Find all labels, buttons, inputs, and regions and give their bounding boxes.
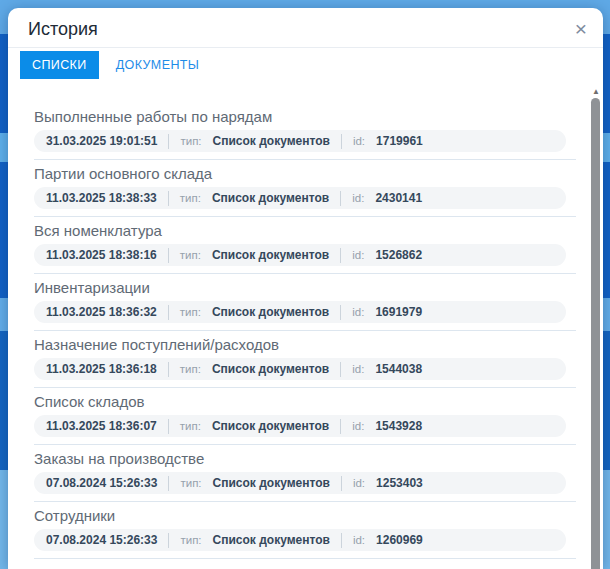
meta-separator bbox=[341, 476, 342, 491]
id-label: id: bbox=[353, 534, 365, 546]
item-id: 2430141 bbox=[375, 191, 422, 205]
item-type: Список документов bbox=[212, 191, 329, 205]
history-item-title: Назначение поступлений/расходов bbox=[34, 337, 576, 353]
item-type: Список документов bbox=[213, 476, 330, 490]
history-item-meta: 11.03.2025 18:36:07 тип: Список документ… bbox=[34, 415, 566, 437]
list-item[interactable]: Список складов 11.03.2025 18:36:07 тип: … bbox=[34, 388, 576, 445]
type-label: тип: bbox=[180, 477, 201, 489]
meta-separator bbox=[340, 191, 341, 206]
list-item[interactable]: Заказы на производстве 07.08.2024 15:26:… bbox=[34, 445, 576, 502]
history-item-meta: 31.03.2025 19:01:51 тип: Список документ… bbox=[34, 130, 566, 152]
history-item-title: Заказы на производстве bbox=[34, 451, 576, 467]
item-type: Список документов bbox=[212, 362, 329, 376]
type-label: тип: bbox=[180, 249, 201, 261]
history-item-title: Выполненные работы по нарядам bbox=[34, 109, 576, 125]
scroll-up-icon[interactable]: ▲ bbox=[590, 88, 602, 96]
close-icon[interactable]: × bbox=[575, 18, 587, 39]
meta-separator bbox=[168, 191, 169, 206]
item-type: Список документов bbox=[212, 248, 329, 262]
id-label: id: bbox=[352, 249, 364, 261]
id-label: id: bbox=[352, 306, 364, 318]
item-id: 1543928 bbox=[375, 419, 422, 433]
history-item-meta: 11.03.2025 18:36:18 тип: Список документ… bbox=[34, 358, 566, 380]
tab-bar: СПИСКИ ДОКУМЕНТЫ bbox=[20, 51, 603, 79]
meta-separator bbox=[168, 134, 169, 149]
history-item-meta: 11.03.2025 18:38:33 тип: Список документ… bbox=[34, 187, 566, 209]
item-datetime: 11.03.2025 18:38:33 bbox=[46, 191, 157, 205]
type-label: тип: bbox=[180, 192, 201, 204]
meta-separator bbox=[168, 533, 169, 548]
scrollbar[interactable]: ▲ bbox=[590, 88, 602, 569]
id-label: id: bbox=[352, 192, 364, 204]
item-datetime: 07.08.2024 15:26:33 bbox=[46, 476, 157, 490]
item-id: 1526862 bbox=[375, 248, 422, 262]
history-item-meta: 11.03.2025 18:38:16 тип: Список документ… bbox=[34, 244, 566, 266]
history-list: Выполненные работы по нарядам 31.03.2025… bbox=[8, 79, 603, 559]
meta-separator bbox=[341, 533, 342, 548]
item-id: 1719961 bbox=[376, 134, 423, 148]
item-type: Список документов bbox=[213, 134, 330, 148]
history-item-meta: 07.08.2024 15:26:33 тип: Список документ… bbox=[34, 529, 566, 551]
item-id: 1544038 bbox=[375, 362, 422, 376]
type-label: тип: bbox=[180, 135, 201, 147]
item-type: Список документов bbox=[212, 305, 329, 319]
list-item[interactable]: Партии основного склада 11.03.2025 18:38… bbox=[34, 160, 576, 217]
type-label: тип: bbox=[180, 534, 201, 546]
history-item-meta: 07.08.2024 15:26:33 тип: Список документ… bbox=[34, 472, 566, 494]
history-item-title: Инвентаризации bbox=[34, 280, 576, 296]
dialog-header: История × bbox=[8, 8, 603, 48]
id-label: id: bbox=[352, 363, 364, 375]
list-item[interactable]: Инвентаризации 11.03.2025 18:36:32 тип: … bbox=[34, 274, 576, 331]
meta-separator bbox=[168, 362, 169, 377]
scrollbar-thumb[interactable] bbox=[591, 98, 600, 569]
meta-separator bbox=[168, 305, 169, 320]
meta-separator bbox=[340, 248, 341, 263]
id-label: id: bbox=[353, 477, 365, 489]
item-id: 1691979 bbox=[375, 305, 422, 319]
item-type: Список документов bbox=[212, 419, 329, 433]
item-datetime: 11.03.2025 18:36:07 bbox=[46, 419, 157, 433]
item-datetime: 11.03.2025 18:38:16 bbox=[46, 248, 157, 262]
meta-separator bbox=[340, 362, 341, 377]
meta-separator bbox=[168, 248, 169, 263]
type-label: тип: bbox=[180, 306, 201, 318]
item-id: 1253403 bbox=[376, 476, 423, 490]
list-item[interactable]: Выполненные работы по нарядам 31.03.2025… bbox=[34, 103, 576, 160]
item-id: 1260969 bbox=[376, 533, 423, 547]
dialog-title: История bbox=[28, 15, 98, 40]
id-label: id: bbox=[352, 420, 364, 432]
history-item-title: Список складов bbox=[34, 394, 576, 410]
meta-separator bbox=[340, 419, 341, 434]
type-label: тип: bbox=[180, 363, 201, 375]
list-item[interactable]: Назначение поступлений/расходов 11.03.20… bbox=[34, 331, 576, 388]
item-datetime: 11.03.2025 18:36:32 bbox=[46, 305, 157, 319]
history-item-title: Партии основного склада bbox=[34, 166, 576, 182]
meta-separator bbox=[168, 476, 169, 491]
list-item[interactable]: Вся номенклатура 11.03.2025 18:38:16 тип… bbox=[34, 217, 576, 274]
tab-documents[interactable]: ДОКУМЕНТЫ bbox=[104, 51, 212, 79]
meta-separator bbox=[168, 419, 169, 434]
item-type: Список документов bbox=[213, 533, 330, 547]
history-dialog: История × СПИСКИ ДОКУМЕНТЫ Выполненные р… bbox=[8, 8, 603, 569]
history-item-title: Вся номенклатура bbox=[34, 223, 576, 239]
item-datetime: 11.03.2025 18:36:18 bbox=[46, 362, 157, 376]
history-item-title: Сотрудники bbox=[34, 508, 576, 524]
id-label: id: bbox=[353, 135, 365, 147]
item-datetime: 31.03.2025 19:01:51 bbox=[46, 134, 157, 148]
meta-separator bbox=[341, 134, 342, 149]
type-label: тип: bbox=[180, 420, 201, 432]
list-item[interactable]: Сотрудники 07.08.2024 15:26:33 тип: Спис… bbox=[34, 502, 576, 559]
item-datetime: 07.08.2024 15:26:33 bbox=[46, 533, 157, 547]
meta-separator bbox=[340, 305, 341, 320]
history-item-meta: 11.03.2025 18:36:32 тип: Список документ… bbox=[34, 301, 566, 323]
tab-lists[interactable]: СПИСКИ bbox=[20, 51, 99, 79]
